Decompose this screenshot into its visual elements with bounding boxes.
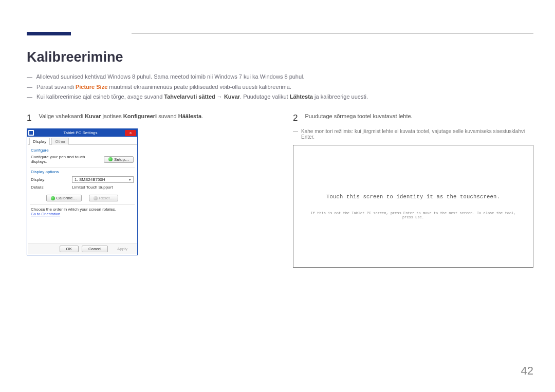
shield-icon bbox=[108, 157, 113, 161]
note-2-bold: Picture Size bbox=[76, 84, 107, 90]
step-2-text: Puudutage sõrmega tootel kuvatavat lehte… bbox=[305, 113, 412, 123]
setup-button-label: Setup… bbox=[114, 157, 129, 162]
tab-other[interactable]: Other bbox=[51, 138, 69, 145]
display-dropdown[interactable]: 1. SMS24B750H ▾ bbox=[72, 176, 134, 183]
ok-button[interactable]: OK bbox=[60, 246, 79, 252]
display-dropdown-value: 1. SMS24B750H bbox=[75, 177, 105, 182]
s1-b1: Kuvar bbox=[85, 113, 101, 119]
s1-b2: Konfigureeri bbox=[123, 113, 157, 119]
close-button[interactable]: × bbox=[125, 130, 136, 136]
chevron-down-icon: ▾ bbox=[129, 178, 131, 182]
note-3-post: ja kalibreerige uuesti. bbox=[313, 94, 368, 100]
configure-group-label: Configure bbox=[31, 148, 134, 153]
note-3-mid: . Puudutage valikut bbox=[240, 94, 290, 100]
note-1: Allolevad suunised kehtivad Windows 8 pu… bbox=[36, 73, 304, 80]
window-app-icon bbox=[28, 130, 34, 136]
setup-button[interactable]: Setup… bbox=[104, 156, 134, 163]
s1-pre: Valige vahekaardi bbox=[39, 113, 85, 119]
reset-button[interactable]: Reset… bbox=[89, 195, 119, 201]
note-3-b3: Lähtesta bbox=[290, 94, 313, 100]
dash-icon: ― bbox=[293, 128, 301, 140]
touchscreen-identify-panel[interactable]: Touch this screen to identity it as the … bbox=[293, 145, 533, 268]
window-title: Tablet PC Settings bbox=[36, 130, 125, 135]
note-3-arrow: → bbox=[215, 94, 224, 100]
note-3-pre: Kui kalibreerimise ajal esineb tõrge, av… bbox=[36, 94, 164, 100]
calibrate-button[interactable]: Calibrate… bbox=[46, 195, 82, 201]
s1-mid2: suvand bbox=[157, 113, 178, 119]
touch-main-text: Touch this screen to identity it as the … bbox=[326, 194, 500, 200]
note-2-pre: Pärast suvandi bbox=[36, 84, 76, 90]
dash-icon: ― bbox=[27, 72, 35, 82]
step-1-column: 1 Valige vahekaardi Kuvar jaotises Konfi… bbox=[27, 113, 267, 268]
s1-b3: Häälesta bbox=[178, 113, 201, 119]
s1-mid: jaotises bbox=[101, 113, 123, 119]
note-3-b1: Tahvelarvuti sätted bbox=[164, 94, 215, 100]
header-rule bbox=[132, 33, 533, 34]
step-1-number: 1 bbox=[27, 113, 31, 123]
window-titlebar[interactable]: Tablet PC Settings × bbox=[27, 129, 137, 137]
dash-icon: ― bbox=[27, 92, 35, 102]
apply-button[interactable]: Apply bbox=[111, 246, 134, 252]
page-title: Kalibreerimine bbox=[27, 49, 123, 65]
step-2-number: 2 bbox=[293, 113, 298, 123]
display-label: Display: bbox=[31, 177, 45, 182]
page-number: 42 bbox=[521, 364, 533, 378]
configure-text: Configure your pen and touch displays. bbox=[31, 155, 87, 164]
shield-icon bbox=[94, 196, 98, 200]
step-1-text: Valige vahekaardi Kuvar jaotises Konfigu… bbox=[39, 113, 203, 123]
rotate-text: Choose the order in which your screen ro… bbox=[31, 207, 134, 212]
header-accent bbox=[27, 32, 71, 35]
step-2-column: 2 Puudutage sõrmega tootel kuvatavat leh… bbox=[293, 113, 533, 268]
reset-button-label: Reset… bbox=[99, 196, 114, 200]
touch-sub-text: If this is not the Tablet PC screen, pre… bbox=[293, 211, 533, 219]
tablet-pc-settings-window: Tablet PC Settings × Display Other Confi… bbox=[27, 128, 138, 255]
notes-block: ― Allolevad suunised kehtivad Windows 8 … bbox=[27, 72, 533, 102]
shield-icon bbox=[51, 196, 55, 200]
tab-display[interactable]: Display bbox=[29, 138, 50, 145]
calibrate-button-label: Calibrate… bbox=[57, 196, 77, 200]
note-3-b2: Kuvar bbox=[224, 94, 240, 100]
note-2-post: muutmist ekraanimenüüs peate pildiseaded… bbox=[107, 84, 291, 90]
dash-icon: ― bbox=[27, 82, 35, 92]
cancel-button[interactable]: Cancel bbox=[82, 246, 108, 252]
display-options-label: Display options bbox=[31, 170, 134, 174]
orientation-link[interactable]: Go to Orientation bbox=[31, 212, 60, 216]
details-label: Details: bbox=[31, 185, 45, 190]
s1-post: . bbox=[201, 113, 203, 119]
details-value: Limited Touch Support bbox=[72, 185, 134, 190]
step-2-sub: Kahe monitori režiimis: kui järgmist leh… bbox=[301, 128, 533, 140]
